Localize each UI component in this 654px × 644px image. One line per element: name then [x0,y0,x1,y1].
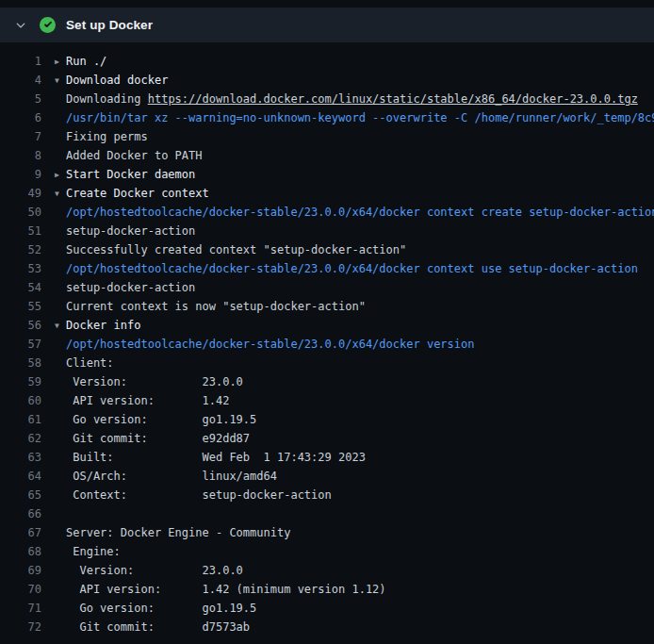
log-line: 61 Go version: go1.19.5 [0,410,654,429]
line-text: Version: 23.0.0 [66,564,243,577]
line-text: Download docker [66,74,168,87]
line-number[interactable]: 60 [0,391,41,410]
line-text: Context: setup-docker-action [66,488,332,502]
line-number[interactable]: 1 [0,52,41,71]
group-toggle-icon: ▼ [55,317,66,335]
line-text: Server: Docker Engine - Community [66,526,290,539]
log-line: 57/opt/hostedtoolcache/docker-stable/23.… [0,335,654,354]
line-number[interactable]: 62 [0,429,41,448]
line-text: Downloading https://download.docker.com/… [66,92,638,106]
log-line[interactable]: 56▼Docker info [0,316,654,335]
line-text: setup-docker-action [66,281,195,294]
line-text: Client: [66,356,114,370]
line-text: /opt/hostedtoolcache/docker-stable/23.0.… [66,206,654,219]
log-line: 53/opt/hostedtoolcache/docker-stable/23.… [0,259,654,278]
group-toggle-icon: ▶ [55,53,66,71]
line-number[interactable]: 63 [0,448,41,467]
line-text: Create Docker context [66,187,209,200]
line-number[interactable]: 4 [0,71,41,90]
line-number[interactable]: 7 [0,127,41,146]
line-number[interactable]: 57 [0,335,41,354]
line-text: Built: Wed Feb 1 17:43:29 2023 [66,451,366,464]
line-text: Engine: [66,545,121,558]
log-line: 58Client: [0,354,654,372]
log-line[interactable]: 49▼Create Docker context [0,184,654,203]
line-number[interactable]: 6 [0,108,41,127]
line-number[interactable]: 8 [0,146,41,165]
line-text: OS/Arch: linux/amd64 [66,470,277,483]
check-circle-icon [40,17,56,33]
line-number[interactable]: 51 [0,222,41,240]
log-line[interactable]: 4▼Download docker [0,71,654,90]
log-line[interactable]: 9▶Start Docker daemon [0,165,654,184]
line-text: Added Docker to PATH [66,149,203,162]
log-line: 7Fixing perms [0,127,654,146]
log-line: 67Server: Docker Engine - Community [0,523,654,542]
line-number[interactable]: 69 [0,561,41,580]
log-line: 8Added Docker to PATH [0,146,654,165]
log-line: 52Successfully created context "setup-do… [0,240,654,259]
line-text: Run ./ [66,55,106,68]
log-line: 64 OS/Arch: linux/amd64 [0,467,654,486]
line-text: Docker info [66,319,140,332]
log-line: 59 Version: 23.0.0 [0,372,654,391]
line-text: Git commit: e92dd87 [66,432,250,445]
log-line: 68 Engine: [0,542,654,561]
log-line[interactable]: 1▶Run ./ [0,52,654,71]
log-line: 50/opt/hostedtoolcache/docker-stable/23.… [0,203,654,222]
line-number[interactable]: 65 [0,486,41,504]
line-text: Version: 23.0.0 [66,375,243,388]
line-number[interactable]: 49 [0,184,41,203]
log-line: 71 Go version: go1.19.5 [0,599,654,618]
line-number[interactable]: 71 [0,599,41,618]
line-number[interactable]: 58 [0,354,41,372]
line-text: setup-docker-action [66,224,195,238]
log-panel: 1▶Run ./4▼Download docker5Downloading ht… [0,42,654,644]
line-text: API version: 1.42 (minimum version 1.12) [66,583,386,596]
log-line: 55Current context is now "setup-docker-a… [0,297,654,316]
line-number[interactable]: 5 [0,90,41,108]
line-number[interactable]: 50 [0,203,41,222]
line-text: Start Docker daemon [66,168,195,181]
log-line: 63 Built: Wed Feb 1 17:43:29 2023 [0,448,654,467]
line-number[interactable]: 66 [0,504,41,523]
line-text: Current context is now "setup-docker-act… [66,300,366,313]
step-header[interactable]: Set up Docker [0,8,654,42]
line-number[interactable]: 55 [0,297,41,316]
line-text: /usr/bin/tar xz --warning=no-unknown-key… [66,111,654,124]
log-line: 69 Version: 23.0.0 [0,561,654,580]
line-text: Go version: go1.19.5 [66,602,256,615]
chevron-down-icon[interactable] [15,20,26,31]
line-text: /opt/hostedtoolcache/docker-stable/23.0.… [66,262,638,275]
log-lines: 1▶Run ./4▼Download docker5Downloading ht… [0,52,654,636]
step-title: Set up Docker [66,18,153,32]
line-number[interactable]: 56 [0,316,41,335]
line-number[interactable]: 72 [0,618,41,636]
line-number[interactable]: 70 [0,580,41,599]
line-text: Git commit: d7573ab [66,620,250,634]
group-toggle-icon: ▼ [55,185,66,203]
line-number[interactable]: 9 [0,165,41,184]
line-text: /opt/hostedtoolcache/docker-stable/23.0.… [66,338,474,351]
log-line: 62 Git commit: e92dd87 [0,429,654,448]
line-number[interactable]: 64 [0,467,41,486]
log-line: 72 Git commit: d7573ab [0,618,654,636]
line-number[interactable]: 59 [0,372,41,391]
line-number[interactable]: 67 [0,523,41,542]
log-link[interactable]: https://download.docker.com/linux/static… [148,92,638,106]
line-number[interactable]: 52 [0,240,41,259]
line-text: Go version: go1.19.5 [66,413,256,426]
log-line: 65 Context: setup-docker-action [0,486,654,504]
log-line: 5Downloading https://download.docker.com… [0,90,654,108]
line-number[interactable]: 53 [0,259,41,278]
log-line: 60 API version: 1.42 [0,391,654,410]
line-text: Successfully created context "setup-dock… [66,243,406,256]
line-number[interactable]: 61 [0,410,41,429]
group-toggle-icon: ▶ [55,166,66,184]
line-number[interactable]: 54 [0,278,41,297]
group-toggle-icon: ▼ [55,72,66,90]
line-text: Fixing perms [66,130,148,143]
line-number[interactable]: 68 [0,542,41,561]
log-line: 51setup-docker-action [0,222,654,240]
log-line: 70 API version: 1.42 (minimum version 1.… [0,580,654,599]
